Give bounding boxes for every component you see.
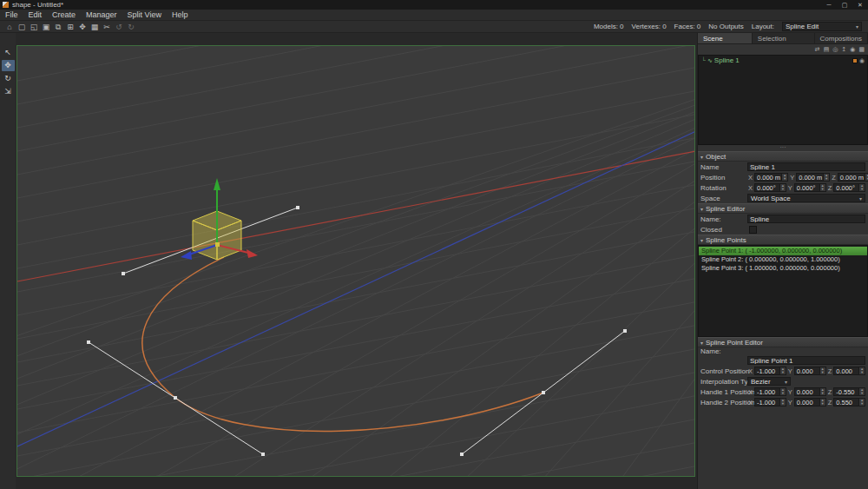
spline-name-input[interactable] xyxy=(747,215,865,223)
cut-icon[interactable]: ✂ xyxy=(101,21,113,33)
viewport[interactable] xyxy=(16,45,695,477)
swap-icon[interactable]: ⇄ xyxy=(815,44,820,55)
collapse-icon[interactable]: ▾ xyxy=(700,237,703,243)
splitter-handle[interactable]: ··· xyxy=(698,145,868,151)
handle-point[interactable] xyxy=(623,329,627,333)
handle-point[interactable] xyxy=(460,453,464,456)
section-spline-points[interactable]: ▾ Spline Points xyxy=(698,235,868,245)
spin-down-icon[interactable]: ▾ xyxy=(824,177,829,181)
rotation-x-spinner[interactable]: ▴▾ xyxy=(779,184,786,191)
spin-down-icon[interactable]: ▾ xyxy=(859,188,865,191)
save-icon[interactable]: ▣ xyxy=(40,21,52,33)
gizmo-center[interactable] xyxy=(215,242,220,247)
space-select[interactable]: World Space ▾ xyxy=(747,194,865,202)
open-folder-icon[interactable]: ◱ xyxy=(28,21,40,33)
home-icon[interactable]: ⌂ xyxy=(3,21,16,33)
gizmo-y-arrowhead[interactable] xyxy=(214,178,220,190)
tab-scene-objects[interactable]: Scene Objects xyxy=(698,33,753,43)
scale-tool-button[interactable]: ⇲ xyxy=(2,86,15,97)
control-x-field[interactable]: -1.000▴▾ xyxy=(754,367,786,375)
point-name-input[interactable] xyxy=(747,356,865,365)
control-y-spinner[interactable]: ▴▾ xyxy=(819,367,825,374)
undo-icon[interactable]: ↺ xyxy=(113,21,125,33)
control-z-field[interactable]: 0.000▴▾ xyxy=(833,367,865,375)
arrow-up-icon[interactable]: ↥ xyxy=(841,44,846,55)
spin-down-icon[interactable]: ▾ xyxy=(780,371,786,374)
position-y-spinner[interactable]: ▴▾ xyxy=(823,174,829,181)
handle-point[interactable] xyxy=(122,272,125,275)
section-object[interactable]: ▾ Object xyxy=(698,151,868,162)
spline-point-marker[interactable] xyxy=(542,391,545,394)
tree-item-spline1[interactable]: └ ∿ Spline 1 ◉ xyxy=(699,56,867,65)
tree-item-label[interactable]: Spline 1 xyxy=(714,56,851,64)
handle2-z-field[interactable]: 0.550▴▾ xyxy=(833,398,865,406)
section-point-editor[interactable]: ▾ Spline Point Editor xyxy=(698,337,868,347)
object-name-input[interactable] xyxy=(747,162,865,171)
spin-down-icon[interactable]: ▾ xyxy=(780,188,786,191)
control-y-field[interactable]: 0.000▴▾ xyxy=(794,367,826,375)
rotation-x-field[interactable]: 0.000°▴▾ xyxy=(754,183,786,192)
close-button[interactable]: ✕ xyxy=(852,0,868,10)
spin-down-icon[interactable]: ▾ xyxy=(859,371,865,374)
handle-point[interactable] xyxy=(296,206,299,209)
list-item-point2[interactable]: Spline Point 2: ( 0.000000, 0.000000, 1.… xyxy=(699,255,867,264)
collapse-icon[interactable]: ▾ xyxy=(700,154,703,160)
list-item-point3[interactable]: Spline Point 3: ( 1.000000, 0.000000, 0.… xyxy=(699,264,867,273)
handle1-x-spinner[interactable]: ▴▾ xyxy=(779,388,786,395)
position-x-field[interactable]: 0.000 m▴▾ xyxy=(754,173,788,182)
new-document-icon[interactable]: ▢ xyxy=(16,21,28,33)
spin-down-icon[interactable]: ▾ xyxy=(820,371,825,374)
camera-icon[interactable]: ◎ xyxy=(832,44,838,55)
move-tool-button[interactable]: ✥ xyxy=(2,60,15,71)
spin-down-icon[interactable]: ▾ xyxy=(859,402,865,406)
gizmo-z-arrowhead[interactable] xyxy=(181,251,192,260)
render-icon[interactable]: ▦ xyxy=(89,21,101,33)
tab-selection-groups[interactable]: Selection Groups xyxy=(753,33,815,43)
spline-curve[interactable] xyxy=(142,257,543,431)
handle2-y-field[interactable]: 0.000▴▾ xyxy=(794,398,826,406)
menu-manager[interactable]: Manager xyxy=(81,10,122,21)
spin-down-icon[interactable]: ▾ xyxy=(780,402,786,406)
handle2-x-spinner[interactable]: ▴▾ xyxy=(779,399,786,406)
collapse-icon[interactable]: ▾ xyxy=(700,206,703,212)
closed-checkbox[interactable] xyxy=(749,226,757,234)
rotation-z-spinner[interactable]: ▴▾ xyxy=(858,184,865,191)
control-z-spinner[interactable]: ▴▾ xyxy=(858,367,865,374)
copy-icon[interactable]: ⧉ xyxy=(52,21,64,33)
handle2-z-spinner[interactable]: ▴▾ xyxy=(858,399,865,406)
rotate-tool-button[interactable]: ↻ xyxy=(2,73,15,84)
selection-marker[interactable] xyxy=(852,58,858,63)
position-z-spinner[interactable]: ▴▾ xyxy=(865,174,868,181)
rotation-y-spinner[interactable]: ▴▾ xyxy=(819,184,825,191)
interpolation-select[interactable]: Bezier ▾ xyxy=(747,377,791,386)
collapse-icon[interactable]: ▾ xyxy=(700,340,703,346)
position-x-spinner[interactable]: ▴▾ xyxy=(781,174,787,181)
menu-split-view[interactable]: Split View xyxy=(122,10,167,21)
position-y-field[interactable]: 0.000 m▴▾ xyxy=(796,173,830,182)
layout-select[interactable]: Spline Edit ▾ xyxy=(782,22,862,31)
list-icon[interactable]: ▤ xyxy=(824,44,830,55)
minimize-button[interactable]: ─ xyxy=(821,0,837,10)
spin-down-icon[interactable]: ▾ xyxy=(780,392,786,395)
select-tool-button[interactable]: ↖ xyxy=(2,47,15,58)
lock-icon[interactable]: ▩ xyxy=(858,44,865,55)
gizmo-x-arrowhead[interactable] xyxy=(247,249,258,258)
layout-grid-icon[interactable]: ⊞ xyxy=(64,21,76,33)
handle1-y-field[interactable]: 0.000▴▾ xyxy=(794,387,826,396)
handle2-x-field[interactable]: -1.000▴▾ xyxy=(754,398,786,406)
redo-icon[interactable]: ↻ xyxy=(125,21,137,33)
spin-down-icon[interactable]: ▾ xyxy=(820,188,825,191)
move-icon[interactable]: ✥ xyxy=(76,21,89,33)
menu-help[interactable]: Help xyxy=(167,10,194,21)
handle1-z-spinner[interactable]: ▴▾ xyxy=(858,388,865,395)
menu-create[interactable]: Create xyxy=(47,10,81,21)
tab-compositions[interactable]: Compositions xyxy=(815,33,868,43)
handle1-z-field[interactable]: -0.550▴▾ xyxy=(833,387,865,396)
viewport-canvas[interactable] xyxy=(17,46,695,477)
visibility-icon[interactable]: ◉ xyxy=(859,57,865,64)
spin-down-icon[interactable]: ▾ xyxy=(782,177,787,181)
spin-down-icon[interactable]: ▾ xyxy=(859,392,865,395)
rotation-y-field[interactable]: 0.000°▴▾ xyxy=(794,183,826,192)
list-item-point1[interactable]: Spline Point 1: ( -1.000000, 0.000000, 0… xyxy=(699,247,867,255)
spin-down-icon[interactable]: ▾ xyxy=(820,392,825,395)
